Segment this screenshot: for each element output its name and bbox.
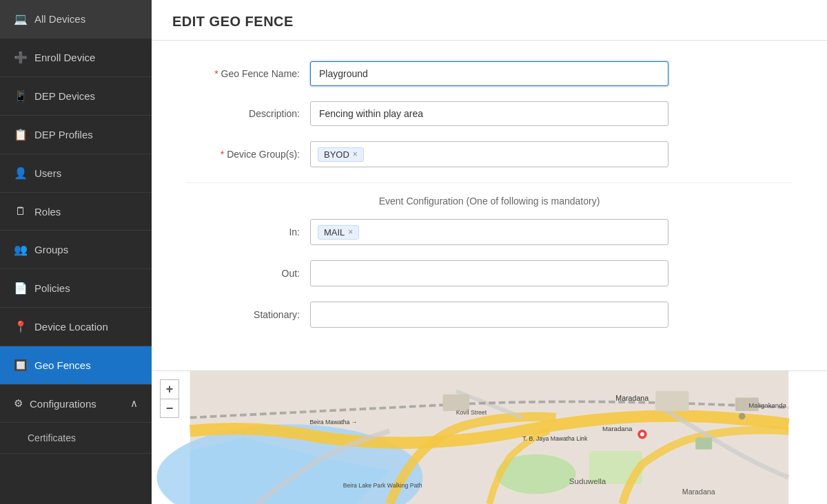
sidebar-label-users: Users xyxy=(34,167,61,179)
sidebar-item-policies[interactable]: 📄 Policies xyxy=(0,269,152,308)
sidebar-item-device-location[interactable]: 📍 Device Location xyxy=(0,308,152,346)
sidebar: 💻 All Devices ➕ Enroll Device 📱 DEP Devi… xyxy=(0,0,152,504)
stationary-label: Stationary: xyxy=(186,309,310,320)
sidebar-item-geo-fences[interactable]: 🔲 Geo Fences xyxy=(0,346,152,385)
svg-rect-6 xyxy=(655,391,688,411)
svg-text:Maligakanda: Maligakanda xyxy=(748,401,786,409)
out-row: Out: xyxy=(186,260,793,286)
required-star-2: * xyxy=(221,149,224,160)
svg-text:Beira Lake Park Walking Path: Beira Lake Park Walking Path xyxy=(343,482,422,489)
sidebar-item-users[interactable]: 👤 Users xyxy=(0,154,152,193)
sidebar-item-certificates[interactable]: Certificates xyxy=(0,423,152,454)
mail-tag: MAIL × xyxy=(318,225,359,240)
svg-point-10 xyxy=(640,432,644,437)
policies-icon: 📄 xyxy=(14,282,28,295)
device-groups-row: *Device Group(s): BYOD × xyxy=(186,141,793,167)
roles-icon: 🗒 xyxy=(14,205,28,218)
devices-icon: 💻 xyxy=(14,12,28,25)
svg-text:Kovil Street: Kovil Street xyxy=(456,409,487,416)
sidebar-label-configurations: Configurations xyxy=(30,398,96,410)
geo-fences-icon: 🔲 xyxy=(14,359,28,372)
sidebar-label-device-location: Device Location xyxy=(34,321,108,333)
sidebar-label-groups: Groups xyxy=(34,244,68,255)
zoom-out-button[interactable]: − xyxy=(160,399,179,418)
sidebar-label-roles: Roles xyxy=(34,206,61,218)
chevron-up-icon: ∧ xyxy=(130,397,138,410)
sidebar-label-dep-profiles: DEP Profiles xyxy=(34,129,93,140)
form-area: *Geo Fence Name: Description: *Device Gr… xyxy=(152,41,827,364)
sidebar-item-configurations[interactable]: ⚙ Configurations ∧ xyxy=(0,385,152,423)
out-input[interactable] xyxy=(310,260,668,286)
sidebar-item-enroll-device[interactable]: ➕ Enroll Device xyxy=(0,39,152,77)
map-controls: + − xyxy=(160,379,179,418)
sidebar-item-groups[interactable]: 👥 Groups xyxy=(0,231,152,269)
sidebar-label-all-devices: All Devices xyxy=(34,13,85,25)
main-content: EDIT GEO FENCE *Geo Fence Name: Descript… xyxy=(152,0,827,504)
users-icon: 👤 xyxy=(14,167,28,180)
groups-icon: 👥 xyxy=(14,243,28,256)
map-svg: Maradana Maradana Maligakanda Suduwella … xyxy=(152,371,827,504)
byod-tag-close[interactable]: × xyxy=(353,149,358,159)
sidebar-item-roles[interactable]: 🗒 Roles xyxy=(0,193,152,231)
sidebar-label-enroll-device: Enroll Device xyxy=(34,52,95,63)
in-row: In: MAIL × xyxy=(186,219,793,245)
enroll-icon: ➕ xyxy=(14,51,28,64)
divider xyxy=(186,182,793,183)
sidebar-label-dep-devices: DEP Devices xyxy=(34,90,95,102)
svg-text:T. B. Jaya Mawatha Link: T. B. Jaya Mawatha Link xyxy=(522,435,588,442)
svg-text:Maradana: Maradana xyxy=(602,425,633,432)
description-label: Description: xyxy=(186,108,310,119)
svg-text:Maradana: Maradana xyxy=(615,394,649,402)
svg-text:Beira Mawatha →: Beira Mawatha → xyxy=(309,419,357,426)
svg-text:Suduwella: Suduwella xyxy=(569,477,606,485)
required-star: * xyxy=(214,68,218,79)
device-groups-label: *Device Group(s): xyxy=(186,149,310,160)
location-icon: 📍 xyxy=(14,320,28,333)
geo-fence-name-label: *Geo Fence Name: xyxy=(186,68,310,79)
sidebar-item-dep-profiles[interactable]: 📋 DEP Profiles xyxy=(0,116,152,154)
configurations-icon: ⚙ xyxy=(14,397,23,410)
event-config-label: Event Configuration (One of following is… xyxy=(186,196,793,207)
description-input[interactable] xyxy=(310,101,668,126)
stationary-input[interactable] xyxy=(310,302,668,328)
page-title: EDIT GEO FENCE xyxy=(172,14,806,30)
map-container: Maradana Maradana Maligakanda Suduwella … xyxy=(152,370,827,504)
in-label: In: xyxy=(186,227,310,238)
device-groups-input[interactable]: BYOD × xyxy=(310,141,668,167)
sidebar-label-policies: Policies xyxy=(34,282,70,294)
sidebar-label-certificates: Certificates xyxy=(28,432,76,443)
geo-fence-name-row: *Geo Fence Name: xyxy=(186,61,793,86)
page-header: EDIT GEO FENCE xyxy=(152,0,827,41)
dep-devices-icon: 📱 xyxy=(14,90,28,103)
description-row: Description: xyxy=(186,101,793,126)
out-label: Out: xyxy=(186,268,310,279)
stationary-row: Stationary: xyxy=(186,302,793,328)
zoom-in-button[interactable]: + xyxy=(160,379,179,399)
svg-point-11 xyxy=(739,413,746,420)
geo-fence-name-input[interactable] xyxy=(310,61,668,86)
dep-profiles-icon: 📋 xyxy=(14,128,28,141)
sidebar-item-dep-devices[interactable]: 📱 DEP Devices xyxy=(0,77,152,116)
svg-rect-8 xyxy=(695,438,712,450)
sidebar-label-geo-fences: Geo Fences xyxy=(34,359,91,371)
sidebar-item-all-devices[interactable]: 💻 All Devices xyxy=(0,0,152,39)
mail-tag-close[interactable]: × xyxy=(348,227,353,237)
in-input[interactable]: MAIL × xyxy=(310,219,668,245)
svg-text:Maradana: Maradana xyxy=(682,487,715,496)
byod-tag: BYOD × xyxy=(318,147,364,162)
